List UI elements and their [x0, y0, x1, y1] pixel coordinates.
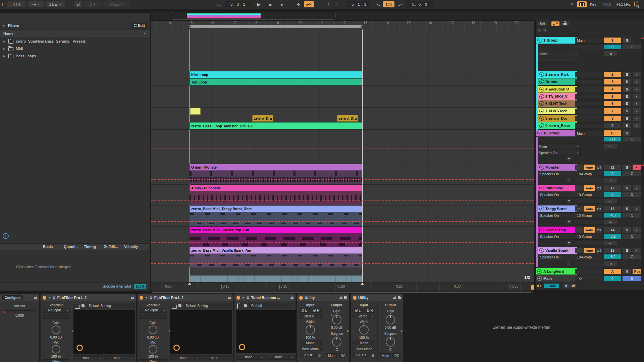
follow-icon[interactable]: →‥ — [214, 1, 223, 7]
solo-button[interactable]: S — [623, 79, 631, 84]
solo-button[interactable]: S — [623, 227, 631, 233]
macro-b-menu[interactable]: none — [266, 355, 295, 360]
browser-name-column-header[interactable]: Name ▼ — [0, 30, 150, 37]
sidechain-input-menu[interactable]: No Input — [42, 308, 70, 313]
fold-icon[interactable]: ▼ — [145, 296, 148, 299]
track-lane[interactable] — [151, 268, 534, 275]
gain-value[interactable]: 0.00 dB — [378, 326, 402, 329]
beat-time-ruler[interactable]: 4567891011121314151617181920 — [151, 21, 534, 30]
browser-folder-row[interactable]: ▶Bass Loops — [0, 52, 150, 60]
width-knob[interactable]: ▼ — [359, 325, 369, 335]
mono-button[interactable]: Mono — [299, 341, 322, 345]
hot-swap-icon[interactable]: ⇄ — [228, 296, 231, 300]
macro-a-menu[interactable]: none — [73, 355, 103, 360]
fold-icon[interactable]: ▼ — [242, 296, 245, 299]
solo-button[interactable]: S — [623, 101, 631, 106]
arrangement-position[interactable]: 8. 3. 1 — [225, 1, 252, 7]
track-number-button[interactable]: 5 — [604, 94, 621, 99]
add-send-button[interactable]: + — [567, 157, 571, 161]
solo-button[interactable]: S — [623, 72, 631, 77]
solo-button[interactable]: S — [623, 248, 631, 253]
fold-icon[interactable]: ▼ — [48, 296, 51, 299]
input-routing-field[interactable] — [575, 72, 603, 77]
track-lane[interactable] — [151, 130, 534, 164]
wrench-icon[interactable]: ⚙ — [149, 296, 153, 300]
monitor-auto-button[interactable]: Auto — [584, 165, 595, 170]
solo-button[interactable]: S — [623, 86, 631, 92]
input-routing-field[interactable] — [575, 241, 603, 246]
track-lane[interactable] — [151, 93, 534, 100]
arrangement-body[interactable]: 1/2 Kick LoopTop Loopzerrro_Druzerrro_Dr… — [151, 29, 534, 282]
hot-swap-icon[interactable]: ⇄ — [34, 296, 37, 300]
arm-button[interactable]: ● — [633, 94, 641, 99]
gain-knob[interactable]: ▼ — [332, 315, 341, 324]
width-knob[interactable]: ▼ — [306, 325, 315, 335]
track-number-button[interactable]: 13 — [604, 206, 621, 212]
loop-brace[interactable] — [190, 25, 362, 28]
browser-folder-row[interactable]: ▶Midi — [0, 45, 150, 52]
quantize-menu[interactable]: 1 Bar▼ — [46, 1, 65, 7]
monitor-off-button[interactable]: Off — [596, 227, 602, 233]
automation-arm-icon[interactable] — [304, 1, 314, 7]
track-play-icon[interactable]: ▶ — [537, 269, 542, 274]
pan-value[interactable]: C — [623, 192, 641, 197]
solo-button[interactable]: S — [623, 123, 631, 128]
arm-button[interactable]: ● — [633, 248, 641, 253]
clip[interactable]: Top Loop — [190, 78, 362, 85]
clip[interactable]: Kick Loop — [190, 71, 362, 78]
monitor-in-button[interactable]: In — [575, 165, 583, 170]
groove-column-header[interactable]: Zufälli... — [104, 245, 118, 249]
pan-value[interactable]: C — [623, 137, 641, 141]
zoom-height-button[interactable]: H — [563, 284, 569, 288]
lock-button[interactable] — [561, 21, 569, 26]
pan-value[interactable]: 0 — [623, 276, 641, 281]
input-routing-field[interactable] — [575, 94, 603, 100]
clip[interactable]: G min - Monster — [190, 164, 362, 171]
volume-value[interactable]: -8.2 — [604, 254, 621, 259]
clip[interactable]: zerrro_Bass Midi_Vanilla Spark_Am — [190, 247, 362, 254]
track-name[interactable]: ▼Glacier Pop — [538, 227, 577, 233]
save-icon[interactable] — [344, 296, 347, 299]
solo-button[interactable]: S — [623, 165, 631, 170]
track-number-button[interactable]: 3 — [604, 79, 621, 84]
save-icon[interactable] — [178, 304, 181, 307]
filters-header[interactable]: ▶ Filters Edit — [0, 21, 150, 30]
track-name[interactable]: ▶A LongVerb — [536, 268, 577, 275]
phase-left-button[interactable]: Ø L — [299, 308, 310, 313]
follow-toggle[interactable] — [531, 285, 534, 290]
monitor-in-button[interactable]: In — [575, 227, 583, 233]
set-button[interactable]: Set — [537, 21, 547, 26]
monitor-off-button[interactable]: Off — [596, 206, 602, 212]
volume-value[interactable]: -4.3 — [604, 213, 621, 218]
clip-note-area[interactable] — [190, 191, 362, 205]
device-header[interactable]: Utility ⇄ — [297, 294, 349, 301]
macro-b-menu[interactable]: none — [201, 355, 231, 360]
monitor-auto-button[interactable]: Auto — [584, 206, 595, 212]
volume-value[interactable]: 0 — [604, 45, 621, 49]
pan-value[interactable]: C — [623, 234, 641, 239]
sidechain-field[interactable] — [42, 314, 70, 319]
mute-button[interactable]: Mute — [380, 353, 391, 358]
time-ruler[interactable]: 0:050:100:150:200:250:300:35 — [151, 282, 534, 291]
phase-right-button[interactable]: Ø R — [365, 308, 375, 313]
clip-note-area[interactable] — [190, 254, 362, 267]
groove-column-header[interactable]: Velocity — [124, 245, 138, 249]
preset-name-field[interactable]: Default Setting — [184, 303, 231, 308]
clip-note-area[interactable] — [190, 212, 362, 226]
fold-icon[interactable]: ▼ — [539, 248, 544, 253]
arm-button[interactable]: ● — [633, 72, 641, 77]
input-routing-field[interactable] — [575, 109, 603, 114]
volume-value[interactable]: -3.1 — [604, 137, 621, 141]
fold-icon[interactable]: ▼ — [539, 186, 544, 190]
clip-note-area[interactable] — [190, 233, 362, 247]
track-play-icon[interactable]: ▶ — [539, 109, 544, 113]
channel-mode-menu[interactable]: Stereo — [353, 314, 375, 318]
dc-button[interactable]: DC — [392, 353, 401, 358]
balance-value[interactable]: C — [325, 348, 349, 352]
add-send-button[interactable]: + — [567, 241, 571, 245]
clip[interactable]: zerrro_Bass Midi_Tangy Burst_Dbm — [190, 205, 362, 212]
key-map-button[interactable]: Key — [588, 1, 598, 7]
balance-knob[interactable]: ▼ — [386, 337, 395, 347]
monitor-auto-button[interactable]: Auto — [584, 248, 595, 253]
track-lane[interactable] — [151, 108, 534, 115]
